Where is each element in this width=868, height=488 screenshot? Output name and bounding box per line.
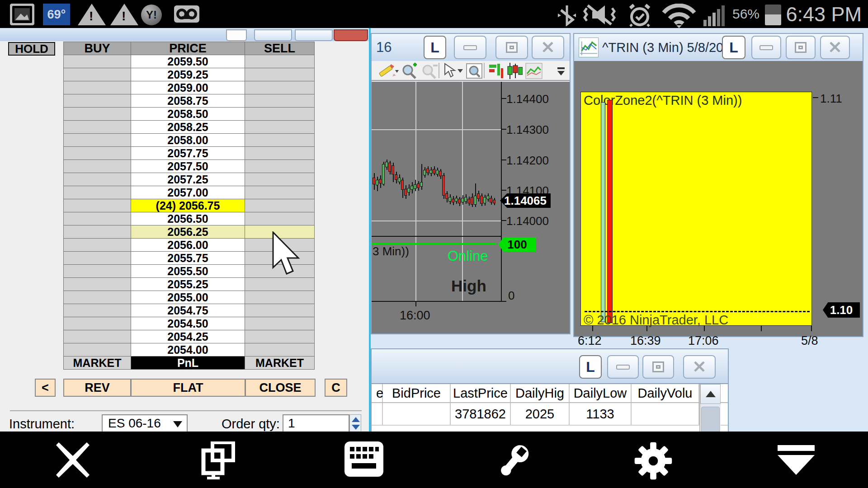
reverse-button[interactable]: REV [63, 379, 131, 397]
ladder-price-cell[interactable]: 2058.25 [131, 120, 245, 134]
qty-spinner[interactable] [349, 414, 361, 432]
gear-icon[interactable] [634, 441, 673, 480]
flatten-button[interactable]: FLAT [131, 379, 245, 397]
minimize-button[interactable] [751, 36, 781, 59]
quotes-data-row[interactable]: 378186220251133 [372, 403, 728, 426]
ladder-sell-cell[interactable] [245, 160, 315, 173]
sell-column-header[interactable]: SELL [245, 42, 315, 55]
ladder-sell-cell[interactable] [245, 199, 315, 212]
toolbar-overflow-icon[interactable] [556, 66, 566, 76]
ladder-price-cell[interactable]: 2054.50 [131, 317, 245, 330]
instrument-dropdown[interactable]: ES 06-16 [102, 414, 188, 432]
bars-charttype-icon[interactable] [488, 63, 504, 79]
ladder-price-cell[interactable]: 2058.75 [131, 94, 245, 108]
ladder-price-cell[interactable]: 2057.50 [131, 160, 245, 173]
ladder-price-cell[interactable]: 2055.75 [131, 251, 245, 265]
ladder-buy-cell[interactable] [63, 107, 131, 121]
close-button[interactable]: ✕ [683, 355, 716, 379]
ladder-buy-cell[interactable] [63, 264, 131, 278]
ladder-price-cell[interactable]: (24) 2056.75 [131, 199, 245, 212]
maximize-button[interactable] [642, 355, 674, 379]
ladder-buy-cell[interactable] [63, 291, 131, 304]
minimize-button[interactable] [607, 355, 639, 379]
quotes-column-header[interactable]: DailyHig [511, 384, 570, 402]
pnl-cell[interactable]: PnL [131, 356, 245, 370]
order-qty-input[interactable]: 1 [283, 414, 349, 432]
ladder-price-cell[interactable]: 2055.50 [131, 264, 245, 278]
ladder-sell-cell[interactable] [245, 81, 315, 94]
minimize-button-partial[interactable] [254, 29, 292, 41]
ladder-buy-cell[interactable] [63, 186, 131, 199]
ladder-price-cell[interactable]: 2058.00 [131, 133, 245, 147]
ladder-sell-cell[interactable] [245, 277, 315, 291]
ladder-sell-cell[interactable] [245, 120, 315, 134]
scrollbar-thumb[interactable] [701, 407, 720, 435]
ladder-buy-cell[interactable] [63, 68, 131, 81]
buy-column-header[interactable]: BUY [63, 42, 131, 55]
titlebar-button-partial[interactable] [226, 29, 247, 41]
data-box-icon[interactable] [466, 63, 483, 79]
ladder-sell-cell[interactable] [245, 186, 315, 199]
maximize-button[interactable] [786, 36, 816, 59]
cursor-tool-icon[interactable] [443, 63, 463, 79]
quotes-cell[interactable] [383, 403, 451, 425]
ladder-buy-cell[interactable] [63, 317, 131, 330]
ladder-sell-cell[interactable] [245, 291, 315, 304]
ladder-price-cell[interactable]: 2057.00 [131, 186, 245, 199]
draw-pencil-icon[interactable] [377, 63, 399, 79]
ladder-price-cell[interactable]: 2055.25 [131, 277, 245, 291]
scroll-up-button[interactable] [700, 384, 721, 404]
cancel-button[interactable]: C [325, 379, 347, 397]
quotes-scrollbar[interactable] [699, 384, 721, 438]
ladder-price-cell[interactable]: 2054.25 [131, 330, 245, 343]
ladder-buy-cell[interactable] [63, 304, 131, 317]
ladder-buy-cell[interactable] [63, 225, 131, 239]
ladder-sell-cell[interactable] [245, 94, 315, 108]
ladder-buy-cell[interactable] [63, 330, 131, 343]
ladder-sell-cell[interactable] [245, 133, 315, 147]
ladder-sell-cell[interactable] [245, 146, 315, 160]
ladder-sell-cell[interactable] [245, 212, 315, 225]
sell-market-cell[interactable]: MARKET [245, 356, 315, 370]
close-button[interactable]: ✕ [532, 36, 564, 59]
quotes-column-header[interactable]: e [377, 384, 383, 402]
ladder-sell-cell[interactable] [245, 107, 315, 121]
ladder-sell-cell[interactable] [245, 317, 315, 330]
ladder-sell-cell[interactable] [245, 304, 315, 317]
maximize-button[interactable] [495, 36, 528, 59]
maximize-button-partial[interactable] [295, 29, 333, 41]
ladder-buy-cell[interactable] [63, 173, 131, 186]
ladder-buy-cell[interactable] [63, 81, 131, 94]
quotes-column-header[interactable]: DailyLow [570, 384, 632, 402]
buy-market-cell[interactable]: MARKET [63, 356, 131, 370]
candles-charttype-icon[interactable] [506, 63, 523, 79]
ladder-price-cell[interactable]: 2058.50 [131, 107, 245, 121]
ladder-sell-cell[interactable] [245, 173, 315, 186]
quotes-cell[interactable]: 1133 [570, 403, 632, 425]
quotes-column-header[interactable]: LastPrice [451, 384, 511, 402]
ladder-price-cell[interactable]: 2057.75 [131, 146, 245, 160]
close-icon[interactable] [54, 441, 91, 479]
keyboard-icon[interactable] [344, 441, 383, 477]
ladder-buy-cell[interactable] [63, 277, 131, 291]
close-button[interactable]: ✕ [820, 36, 850, 59]
ladder-price-cell[interactable]: 2056.00 [131, 238, 245, 252]
ladder-sell-cell[interactable] [245, 68, 315, 81]
dom-titlebar-partial[interactable] [0, 28, 369, 41]
ladder-buy-cell[interactable] [63, 251, 131, 265]
link-button[interactable]: L [579, 355, 602, 379]
quotes-column-header[interactable]: DailyVolu [632, 384, 699, 402]
close-button-partial[interactable] [334, 29, 368, 41]
ladder-sell-cell[interactable] [245, 330, 315, 343]
quotes-cell[interactable] [632, 403, 699, 425]
quotes-cell[interactable] [377, 403, 383, 425]
quotes-window-titlebar[interactable] [372, 349, 728, 384]
trin-plot-area[interactable]: ColorZone2(^TRIN (3 Min)) © 2016 NinjaTr… [580, 92, 812, 326]
back-button[interactable]: < [35, 379, 56, 397]
quotes-cell[interactable]: 2025 [511, 403, 570, 425]
wrench-icon[interactable] [494, 441, 534, 480]
ladder-buy-cell[interactable] [63, 343, 131, 357]
ladder-sell-cell[interactable] [245, 343, 315, 357]
close-position-button[interactable]: CLOSE [245, 379, 316, 397]
ladder-buy-cell[interactable] [63, 160, 131, 173]
